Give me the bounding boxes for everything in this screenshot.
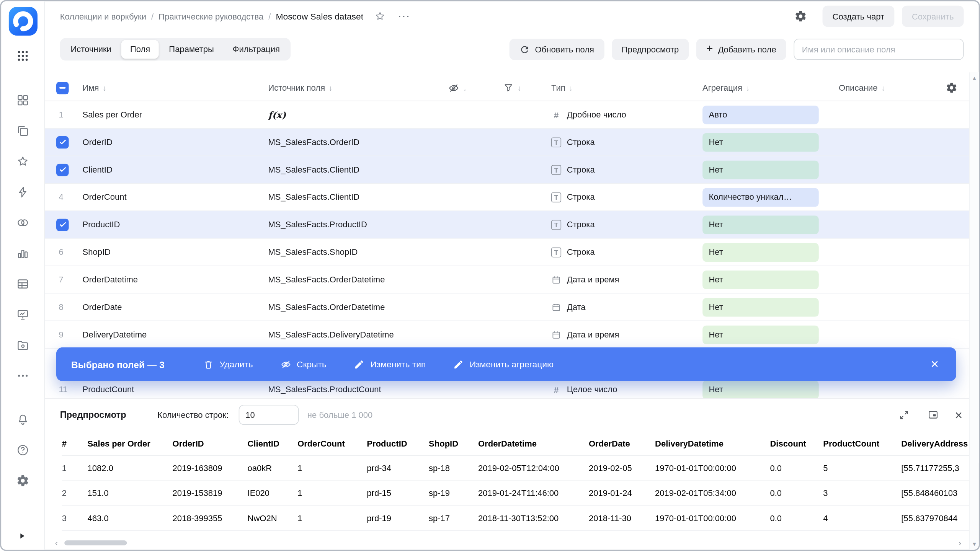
vertical-scrollbar[interactable]: ▴ ▾ <box>969 72 978 549</box>
change-aggregation-label: Изменить агрегацию <box>470 359 554 369</box>
breadcrumb-separator: / <box>151 11 154 21</box>
aggregation-badge[interactable]: Нет <box>702 380 819 398</box>
field-type[interactable]: ТСтрока <box>551 247 702 257</box>
preview-cell: 151.0 <box>88 489 173 498</box>
more-actions-icon[interactable]: ··· <box>399 11 411 21</box>
breadcrumb-guides[interactable]: Практические руководства <box>158 11 263 21</box>
add-field-button[interactable]: + Добавить поле <box>696 39 786 60</box>
field-type[interactable]: ТСтрока <box>551 165 702 174</box>
column-header-hidden[interactable]: ↓ <box>448 82 503 93</box>
row-checkbox[interactable] <box>56 136 69 148</box>
dataset-settings-gear-icon[interactable] <box>791 7 810 26</box>
table-settings-gear-icon[interactable] <box>931 82 969 94</box>
aggregation-badge[interactable]: Нет <box>702 160 819 179</box>
table-row[interactable]: ProductID MS_SalesFacts.ProductID ТСтрок… <box>45 211 979 239</box>
create-chart-button[interactable]: Создать чарт <box>822 6 894 27</box>
aggregation-badge[interactable]: Количество уникал… <box>702 188 819 207</box>
column-header-description[interactable]: Описание↓ <box>839 83 931 92</box>
aggregation-badge[interactable]: Нет <box>702 243 819 261</box>
hide-fields-button[interactable]: Скрыть <box>281 359 327 370</box>
field-type[interactable]: Дата и время <box>551 275 702 285</box>
field-type[interactable]: Дата <box>551 302 702 312</box>
column-header-aggregation[interactable]: Агрегация↓ <box>702 83 839 92</box>
field-source: MS_SalesFacts.OrderDatetime <box>268 275 448 284</box>
table-row[interactable]: 8 OrderDate MS_SalesFacts.OrderDatetime … <box>45 293 979 321</box>
aggregation-badge[interactable]: Нет <box>702 133 819 152</box>
sidebar-item-collections[interactable] <box>16 94 29 107</box>
tab-parameters[interactable]: Параметры <box>160 40 222 59</box>
apps-grid-icon[interactable] <box>16 49 29 62</box>
field-type[interactable]: ТСтрока <box>551 192 702 202</box>
sidebar-item-connections[interactable] <box>16 186 29 199</box>
sidebar-item-storage[interactable] <box>16 339 29 352</box>
scroll-left-icon[interactable]: ‹ <box>55 538 58 547</box>
field-type[interactable]: #Дробное число <box>551 110 702 120</box>
row-count-label: Количество строк: <box>157 410 229 419</box>
field-type[interactable]: Дата и время <box>551 329 702 339</box>
datalens-logo[interactable] <box>8 7 37 36</box>
notifications-bell-icon[interactable] <box>16 413 29 426</box>
breadcrumb-collections[interactable]: Коллекции и воркбуки <box>60 11 146 21</box>
row-checkbox[interactable] <box>56 218 69 231</box>
column-header-source[interactable]: Источник поля↓ <box>268 83 448 92</box>
close-preview-icon[interactable]: × <box>955 408 962 421</box>
table-row[interactable]: 9 DeliveryDatetime MS_SalesFacts.Deliver… <box>45 321 979 349</box>
aggregation-badge[interactable]: Нет <box>702 298 819 316</box>
field-type[interactable]: ТСтрока <box>551 137 702 147</box>
sidebar-item-favorites[interactable] <box>16 155 29 168</box>
save-button[interactable]: Сохранить <box>902 6 964 27</box>
table-row[interactable]: ClientID MS_SalesFacts.ClientID ТСтрока … <box>45 156 979 184</box>
tab-filtering[interactable]: Фильтрация <box>224 40 289 59</box>
column-header-type[interactable]: Тип↓ <box>551 83 702 92</box>
row-number: 7 <box>56 275 64 284</box>
table-row[interactable]: 4 OrderCount MS_SalesFacts.ClientID ТСтр… <box>45 184 979 211</box>
table-row[interactable]: OrderID MS_SalesFacts.OrderID ТСтрока Не… <box>45 129 979 156</box>
expand-sidebar-button[interactable] <box>1 522 44 550</box>
aggregation-badge[interactable]: Нет <box>702 215 819 234</box>
settings-gear-icon[interactable] <box>16 474 29 487</box>
scroll-down-icon[interactable]: ▾ <box>973 540 976 547</box>
preview-table: # Sales per Order OrderID ClientID Order… <box>45 432 979 531</box>
preview-in-window-icon[interactable] <box>926 408 940 422</box>
horizontal-scrollbar-thumb[interactable] <box>64 540 127 545</box>
sidebar-item-datasets[interactable] <box>16 216 29 229</box>
table-row[interactable]: 1 Sales per Order ƒ(x) #Дробное число Ав… <box>45 101 979 129</box>
horizontal-scrollbar[interactable]: ‹ › <box>55 538 961 548</box>
table-row[interactable]: 6 ShopID MS_SalesFacts.ShopID ТСтрока Не… <box>45 239 979 266</box>
tab-sources[interactable]: Источники <box>62 40 120 59</box>
aggregation-badge[interactable]: Авто <box>702 105 819 124</box>
field-type[interactable]: #Целое число <box>551 385 702 395</box>
preview-cell: 2019-01-24 <box>589 489 655 498</box>
sidebar-item-charts[interactable] <box>16 247 29 260</box>
field-type[interactable]: ТСтрока <box>551 220 702 230</box>
sort-arrow-icon: ↓ <box>569 83 573 92</box>
favorite-star-icon[interactable] <box>375 11 386 22</box>
tab-fields[interactable]: Поля <box>121 40 159 59</box>
field-search-input[interactable] <box>794 39 964 60</box>
refresh-fields-button[interactable]: Обновить поля <box>510 39 604 60</box>
sidebar-item-tables[interactable] <box>16 277 29 290</box>
change-type-button[interactable]: Изменить тип <box>354 359 426 370</box>
preview-panel: Предпросмотр Количество строк: не больше… <box>45 398 979 550</box>
sidebar-item-more[interactable] <box>16 369 29 382</box>
sidebar-item-dashboards[interactable] <box>16 308 29 321</box>
delete-fields-button[interactable]: Удалить <box>203 359 253 370</box>
row-count-input[interactable] <box>238 405 299 425</box>
expand-preview-icon[interactable] <box>897 408 911 422</box>
row-checkbox[interactable] <box>56 163 69 176</box>
scroll-up-icon[interactable]: ▴ <box>973 74 976 81</box>
sidebar-item-workbooks[interactable] <box>16 124 29 137</box>
scroll-right-icon[interactable]: › <box>958 538 961 547</box>
table-row[interactable]: 7 OrderDatetime MS_SalesFacts.OrderDatet… <box>45 266 979 294</box>
select-all-checkbox[interactable] <box>56 82 69 94</box>
aggregation-badge[interactable]: Нет <box>702 270 819 289</box>
aggregation-badge[interactable]: Нет <box>702 325 819 344</box>
change-aggregation-button[interactable]: Изменить агрегацию <box>453 359 554 370</box>
column-header-name[interactable]: Имя↓ <box>83 83 268 92</box>
close-selection-bar-icon[interactable]: × <box>928 357 941 371</box>
help-icon[interactable] <box>16 443 29 456</box>
preview-toggle-button[interactable]: Предпросмотр <box>612 39 689 60</box>
sort-arrow-icon: ↓ <box>329 83 333 92</box>
column-header-filter[interactable]: ↓ <box>503 83 551 93</box>
preview-cell: sp-18 <box>429 463 478 473</box>
